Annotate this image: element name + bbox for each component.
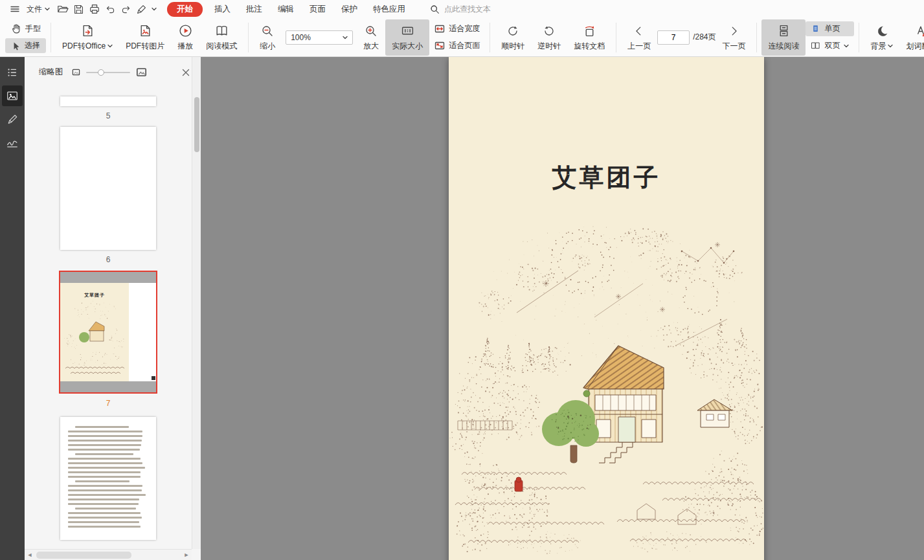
- thumbnail-panel-header: 缩略图: [25, 57, 201, 87]
- open-folder-icon[interactable]: [57, 3, 69, 15]
- annotations-panel-button[interactable]: [2, 109, 23, 129]
- pdf-to-image-button[interactable]: PDF转图片: [119, 19, 171, 56]
- chevron-down-icon: [888, 44, 893, 48]
- thumbnail-horizontal-scrollbar[interactable]: ◄ ►: [25, 549, 192, 560]
- separator: [248, 23, 249, 52]
- zoom-level-value: 100%: [291, 33, 311, 42]
- tab-special-apps[interactable]: 特色应用: [365, 2, 413, 17]
- document-canvas[interactable]: 艾草团子: [201, 57, 924, 560]
- chevron-down-icon: [844, 44, 849, 48]
- separator: [490, 23, 490, 52]
- page-title: 艾草团子: [449, 161, 764, 194]
- next-page-button[interactable]: 下一页: [716, 19, 752, 56]
- rotate-clockwise-label: 顺时针: [501, 41, 524, 52]
- background-button[interactable]: 背景: [864, 19, 899, 56]
- select-tool-button[interactable]: 选择: [5, 38, 46, 53]
- file-menu[interactable]: 文件: [23, 2, 53, 17]
- thumbnail-page-5[interactable]: [60, 96, 156, 106]
- word-translate-button[interactable]: 划词翻译: [899, 19, 924, 56]
- prev-page-button[interactable]: 上一页: [621, 19, 657, 56]
- main-menu-button[interactable]: [6, 2, 23, 16]
- customize-toolbar-chevron-icon[interactable]: [152, 7, 157, 11]
- tab-protect[interactable]: 保护: [333, 2, 365, 17]
- rotate-clockwise-button[interactable]: 顺时针: [495, 19, 531, 56]
- undo-icon[interactable]: [105, 4, 116, 15]
- thumbnail-larger-icon[interactable]: [136, 67, 147, 78]
- signature-pen-icon[interactable]: [136, 4, 147, 15]
- rotate-counterclockwise-button[interactable]: 逆时针: [531, 19, 567, 56]
- thumbnail-page-8[interactable]: [60, 417, 156, 540]
- close-panel-button[interactable]: [180, 67, 192, 78]
- thumbnail-vertical-scrollbar[interactable]: [192, 57, 201, 549]
- play-button[interactable]: 播放: [171, 19, 199, 56]
- viewport-indicator-bottom: [60, 381, 156, 392]
- thumbnail-text-lines: [60, 417, 156, 528]
- single-page-label: 单页: [824, 23, 840, 34]
- hand-tool-label: 手型: [25, 23, 41, 34]
- rotate-counterclockwise-label: 逆时针: [537, 41, 561, 52]
- vertical-scrollbar-thumb[interactable]: [194, 97, 199, 152]
- double-page-button[interactable]: 双页: [806, 38, 854, 53]
- zoom-in-button[interactable]: 放大: [357, 19, 385, 56]
- zoom-level-select[interactable]: 100%: [286, 30, 353, 45]
- separator: [51, 23, 51, 52]
- thumbnail-page-7-selected[interactable]: 艾草团子: [59, 271, 157, 394]
- tab-edit[interactable]: 编辑: [270, 2, 302, 17]
- hand-icon: [10, 23, 21, 34]
- redo-icon[interactable]: [120, 4, 131, 15]
- horizontal-scrollbar-track[interactable]: [35, 550, 181, 560]
- continuous-reading-label: 连续阅读: [768, 41, 799, 52]
- word-translate-icon: [915, 24, 924, 38]
- zoom-out-button[interactable]: 缩小: [253, 19, 282, 56]
- thumbnails-panel-button[interactable]: [2, 85, 23, 106]
- menubar: 文件 开始 插入 批注 编辑 页面 保护 特色应用 点此查找文本: [0, 0, 924, 18]
- pdf-to-office-label: PDF转Office: [62, 41, 106, 52]
- tab-insert[interactable]: 插入: [207, 2, 238, 17]
- tool-mode-group: 手型 选择: [5, 19, 46, 56]
- outline-panel-button[interactable]: [2, 62, 23, 83]
- print-icon[interactable]: [89, 3, 100, 15]
- actual-size-icon: [401, 24, 414, 38]
- scroll-right-arrow[interactable]: ►: [181, 552, 192, 558]
- thumbnail-size-slider-knob[interactable]: [98, 69, 104, 76]
- thumbnail-size-slider[interactable]: [86, 72, 130, 73]
- continuous-reading-button[interactable]: 连续阅读: [761, 19, 806, 56]
- continuous-reading-icon: [777, 24, 791, 38]
- viewport-resize-handle[interactable]: [152, 376, 155, 380]
- chevron-down-icon: [343, 36, 348, 39]
- ribbon-tabs: 开始 插入 批注 编辑 页面 保护 特色应用: [167, 2, 413, 17]
- tab-annotate[interactable]: 批注: [238, 2, 270, 17]
- search-icon: [430, 5, 440, 14]
- tab-home[interactable]: 开始: [167, 2, 203, 17]
- single-page-button[interactable]: 单页: [806, 21, 854, 36]
- rotate-document-icon: [583, 24, 596, 38]
- find-text-button[interactable]: 点此查找文本: [430, 4, 491, 15]
- fit-page-button[interactable]: 适合页面: [429, 38, 485, 53]
- pdf-to-office-button[interactable]: PDF转Office: [56, 19, 119, 56]
- rotate-clockwise-icon: [506, 25, 519, 38]
- page-number-input[interactable]: [657, 30, 690, 45]
- hand-tool-button[interactable]: 手型: [5, 21, 46, 36]
- fit-width-button[interactable]: 适合宽度: [429, 21, 485, 36]
- outline-icon: [6, 66, 19, 79]
- thumbnail-page-6[interactable]: [60, 127, 156, 250]
- page-total-label: /284页: [693, 32, 716, 43]
- thumbnail-smaller-icon[interactable]: [72, 68, 80, 76]
- save-icon[interactable]: [73, 4, 84, 15]
- chevron-right-icon: [728, 25, 739, 37]
- rotate-document-button[interactable]: 旋转文档: [567, 19, 611, 56]
- actual-size-button[interactable]: 实际大小: [385, 19, 429, 56]
- thumbnail-page-7-margin: [129, 283, 156, 381]
- tab-page[interactable]: 页面: [302, 2, 333, 17]
- horizontal-scrollbar-thumb[interactable]: [36, 552, 131, 559]
- fit-width-label: 适合宽度: [449, 23, 480, 34]
- reading-mode-button[interactable]: 阅读模式: [199, 19, 243, 56]
- document-page[interactable]: 艾草团子: [449, 57, 764, 560]
- mini-illustration: [60, 283, 129, 381]
- moon-icon: [875, 25, 888, 38]
- rotate-counterclockwise-icon: [543, 25, 556, 38]
- reading-mode-label: 阅读模式: [206, 41, 237, 52]
- signature-panel-button[interactable]: [2, 132, 23, 153]
- scroll-left-arrow[interactable]: ◄: [25, 552, 35, 558]
- play-icon: [179, 24, 192, 38]
